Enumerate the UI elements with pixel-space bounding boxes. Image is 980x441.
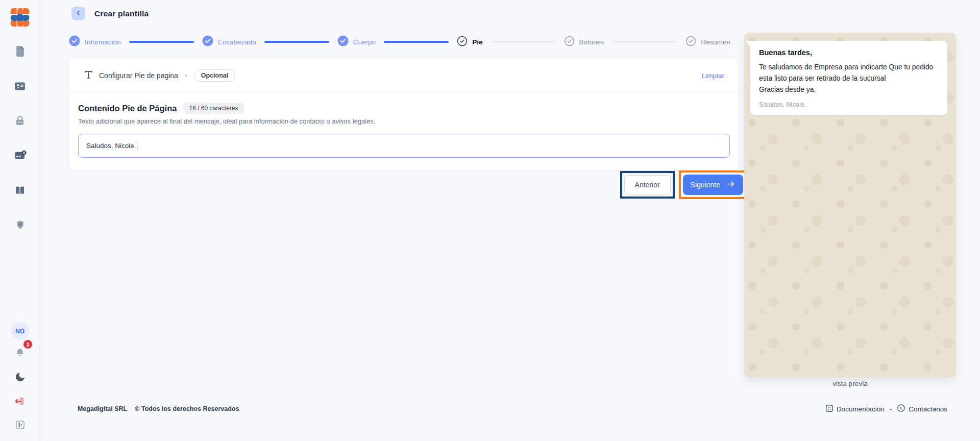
id-card-icon — [13, 80, 27, 94]
avatar[interactable]: ND — [11, 322, 29, 340]
text-icon — [84, 70, 93, 82]
section-title-row: Contenido Pie de Página 16 / 60 caracter… — [78, 103, 730, 114]
contact-label: Contáctanos — [909, 405, 947, 413]
sidebar-nav — [10, 42, 30, 236]
sidebar-item-privacy[interactable] — [10, 215, 30, 236]
copyright-text: © Todos los derechos Reservados — [135, 405, 239, 412]
notifications-button[interactable]: 3 — [10, 344, 30, 364]
step-connector — [491, 41, 555, 43]
next-button[interactable]: Siguiente — [683, 175, 743, 195]
documentation-icon — [825, 404, 834, 414]
step-encabezado[interactable]: Encabezado — [202, 35, 256, 48]
check-circle-filled-icon — [202, 35, 213, 48]
footer-text-value: Saludos, Nicole. — [86, 142, 136, 150]
annotation-box-previous: Anterior — [620, 171, 675, 199]
credit-card-icon — [13, 149, 27, 164]
step-label: Encabezado — [218, 38, 256, 46]
message-body-line1: Te saludamos de Empresa para indicarte Q… — [759, 62, 939, 84]
dark-mode-toggle[interactable] — [10, 368, 30, 388]
card-body: Contenido Pie de Página 16 / 60 caracter… — [69, 93, 739, 158]
card-header-left: Configurar Pie de pagina • Opcional — [84, 69, 235, 82]
step-pie[interactable]: Pie — [457, 36, 482, 48]
step-label: Pie — [472, 38, 482, 46]
message-preview-panel: Buenas tardes, Te saludamos de Empresa p… — [744, 33, 956, 378]
check-circle-filled-icon — [337, 35, 349, 48]
section-title: Contenido Pie de Página — [78, 104, 177, 113]
footer-separator: - — [890, 405, 892, 413]
char-counter-badge: 16 / 60 caracteres — [183, 103, 243, 114]
back-button[interactable] — [71, 7, 85, 20]
message-bubble: Buenas tardes, Te saludamos de Empresa p… — [750, 41, 947, 115]
notification-badge: 3 — [23, 340, 32, 349]
bell-icon — [14, 347, 26, 361]
step-cuerpo[interactable]: Cuerpo — [337, 35, 376, 48]
card-header: Configurar Pie de pagina • Opcional Limp… — [69, 58, 739, 93]
message-header-text: Buenas tardes, — [759, 48, 939, 57]
footer-config-card: Configurar Pie de pagina • Opcional Limp… — [69, 58, 739, 170]
collapse-sidebar-icon — [14, 419, 26, 432]
card-title: Configurar Pie de pagina — [99, 71, 178, 80]
preview-caption: vista previa — [744, 380, 956, 387]
step-connector — [264, 41, 329, 43]
chevron-left-icon — [75, 10, 82, 18]
previous-button[interactable]: Anterior — [624, 175, 671, 194]
wizard-stepper: Información Encabezado Cuerpo Pie — [69, 34, 730, 50]
annotation-box-next: Siguiente — [679, 170, 747, 199]
step-label: Cuerpo — [353, 38, 376, 46]
step-resumen: Resumen — [685, 36, 730, 48]
message-body-line2: Gracias desde ya. — [759, 84, 939, 95]
documentation-label: Documentación — [837, 405, 885, 413]
sidebar-bottom: ND 3 — [10, 322, 30, 436]
whatsapp-icon — [897, 404, 905, 414]
page-title: Crear plantilla — [94, 9, 149, 18]
sidebar-item-security[interactable] — [10, 111, 30, 132]
moon-icon — [14, 371, 26, 384]
shield-keyhole-icon — [15, 219, 26, 232]
footer-left: Megadigital SRL © Todos los derechos Res… — [78, 405, 239, 412]
section-description: Texto adicional que aparece al final del… — [78, 117, 730, 125]
company-name: Megadigital SRL — [78, 405, 127, 412]
footer-right: Documentación - Contáctanos — [825, 404, 947, 414]
contact-link[interactable]: Contáctanos — [897, 404, 947, 414]
open-book-icon — [13, 184, 27, 199]
app-window: ND 3 — [0, 0, 980, 441]
brand-flower-icon — [9, 22, 31, 30]
sidebar-item-documents[interactable] — [10, 42, 30, 62]
dot-separator: • — [185, 71, 187, 80]
lock-icon — [13, 114, 27, 129]
documentation-link[interactable]: Documentación — [825, 404, 885, 414]
clear-link[interactable]: Limpiar — [702, 72, 724, 80]
next-button-label: Siguiente — [691, 181, 720, 189]
logout-button[interactable] — [10, 391, 30, 412]
check-circle-outline-icon — [457, 36, 468, 48]
step-connector — [612, 41, 677, 43]
step-connector — [384, 41, 449, 43]
sidebar-item-contacts[interactable] — [10, 77, 30, 97]
step-connector — [129, 41, 194, 43]
sidebar: ND 3 — [0, 0, 40, 441]
brand-logo[interactable] — [9, 6, 31, 29]
check-circle-filled-icon — [69, 35, 80, 48]
check-circle-outline-icon — [564, 36, 575, 48]
file-icon — [14, 45, 27, 59]
topbar: Crear plantilla — [71, 7, 149, 20]
step-label: Resumen — [701, 38, 730, 46]
step-informacion[interactable]: Información — [69, 35, 121, 48]
step-botones: Botones — [564, 36, 605, 48]
arrow-right-icon — [726, 180, 736, 189]
text-caret — [137, 142, 137, 150]
optional-badge: Opcional — [194, 69, 235, 82]
step-label: Botones — [579, 38, 605, 46]
message-footer-text: Saludos, Nicole. — [759, 101, 939, 108]
footer-text-input[interactable]: Saludos, Nicole. — [78, 134, 730, 158]
wizard-actions: Anterior Siguiente — [69, 170, 747, 199]
page-footer: Megadigital SRL © Todos los derechos Res… — [78, 404, 947, 414]
sidebar-item-payments[interactable] — [10, 146, 30, 166]
check-circle-outline-icon — [685, 36, 696, 48]
collapse-sidebar-button[interactable] — [10, 415, 30, 436]
step-label: Información — [85, 38, 121, 46]
logout-icon — [14, 395, 26, 409]
sidebar-item-library[interactable] — [10, 181, 30, 201]
